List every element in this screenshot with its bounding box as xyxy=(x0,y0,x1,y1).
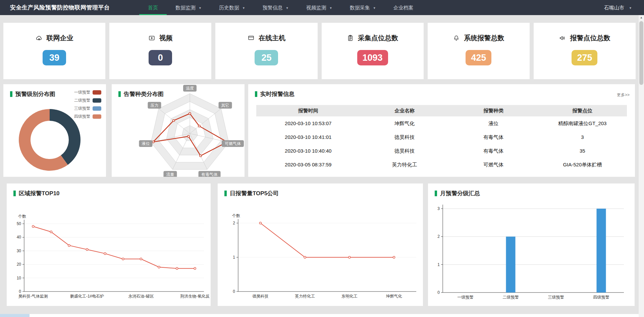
stat-label: 视频 xyxy=(109,34,211,43)
table-row[interactable]: 2020-03-10 10:41:01德昊科技有毒气体3 xyxy=(256,130,627,144)
radar-axis-label: 温度 xyxy=(183,85,197,92)
realtime-alarm-table: 报警时间企业名称报警种类报警点位2020-03-10 10:53:07坤辉气化液… xyxy=(256,105,627,171)
stat-label-text: 在线主机 xyxy=(259,34,285,43)
svg-text:英力特化工: 英力特化工 xyxy=(295,294,315,299)
region-label: 石嘴山市 xyxy=(604,5,624,10)
chevron-down-icon: ▼ xyxy=(286,6,289,10)
video-icon xyxy=(148,35,155,42)
chevron-down-icon: ▼ xyxy=(199,6,202,10)
legend-label: 四级预警 xyxy=(74,114,90,119)
title-marker xyxy=(255,91,257,97)
table-cell: 3 xyxy=(538,130,627,144)
stat-label: 在线主机 xyxy=(215,34,317,43)
more-link[interactable]: 更多>> xyxy=(617,92,630,98)
bottom-panel-peek xyxy=(0,314,639,317)
svg-text:有毒气体: 有毒气体 xyxy=(201,172,218,177)
svg-text:荆洪生物-氧化反: 荆洪生物-氧化反 xyxy=(180,294,210,299)
legend-label: 一级预警 xyxy=(74,90,90,95)
panel-daily-top5: 日报警量TOP5公司 012个数德昊科技英力特化工东明化工坤辉气化 xyxy=(218,183,423,306)
clipboard-icon xyxy=(347,35,354,42)
nav-item-企业档案[interactable]: 企业档案 xyxy=(385,0,422,14)
table-cell: 有毒气体 xyxy=(449,144,538,158)
legend-label: 二级预警 xyxy=(74,98,90,103)
legend-item-四级预警[interactable]: 四级预警 xyxy=(74,114,101,119)
svg-text:温度: 温度 xyxy=(186,86,194,91)
table-cell: 可燃气体 xyxy=(449,158,538,171)
speaker-icon xyxy=(559,35,566,42)
table-row[interactable]: 2020-03-10 10:40:40德昊科技有毒气体35 xyxy=(256,144,627,158)
svg-text:40: 40 xyxy=(17,235,21,240)
table-cell: 液位 xyxy=(449,116,538,130)
table-header-cell: 报警种类 xyxy=(449,105,538,116)
nav-item-视频监测[interactable]: 视频监测▼ xyxy=(298,0,341,14)
svg-text:二级预警: 二级预警 xyxy=(503,295,519,300)
svg-text:10: 10 xyxy=(17,276,21,280)
svg-text:1: 1 xyxy=(233,255,235,260)
stat-card-1[interactable]: 联网企业39 xyxy=(3,23,105,79)
title-marker xyxy=(10,91,12,97)
svg-text:0: 0 xyxy=(437,290,440,295)
nav-item-历史数据[interactable]: 历史数据▼ xyxy=(210,0,254,14)
scroll-up-icon[interactable]: ▲ xyxy=(639,16,644,19)
svg-text:其它: 其它 xyxy=(221,103,229,108)
chevron-down-icon: ▼ xyxy=(329,6,332,10)
panel-realtime-alarms: 实时报警信息 更多>> 报警时间企业名称报警种类报警点位2020-03-10 1… xyxy=(248,84,635,177)
table-cell: 2020-03-10 10:40:40 xyxy=(256,144,360,158)
svg-text:0: 0 xyxy=(233,289,235,294)
title-marker xyxy=(118,91,121,97)
nav-item-label: 历史数据 xyxy=(219,5,239,10)
pie-legend: 一级预警二级预警三级预警四级预警 xyxy=(74,90,101,119)
stat-card-6[interactable]: 报警点位总数275 xyxy=(534,23,636,79)
legend-label: 三级预警 xyxy=(74,106,90,111)
svg-text:压力: 压力 xyxy=(150,103,158,108)
table-row[interactable]: 2020-03-05 08:37:59英力特化工可燃气体GIA-520单体贮槽 xyxy=(256,158,627,171)
stat-card-2[interactable]: 视频0 xyxy=(109,23,211,79)
legend-item-三级预警[interactable]: 三级预警 xyxy=(74,106,101,111)
svg-text:东明化工: 东明化工 xyxy=(341,294,358,299)
table-header-cell: 报警点位 xyxy=(538,105,627,116)
scrollbar[interactable]: ▲ xyxy=(639,15,644,317)
table-header-cell: 报警时间 xyxy=(256,105,360,116)
nav-item-label: 数据采集 xyxy=(350,5,370,10)
svg-text:3: 3 xyxy=(437,206,440,211)
table-header-cell: 企业名称 xyxy=(360,105,449,116)
legend-swatch xyxy=(93,90,101,95)
svg-text:20: 20 xyxy=(17,262,21,267)
stat-card-5[interactable]: 系统报警总数425 xyxy=(428,23,530,79)
stat-value-badge: 1093 xyxy=(357,50,388,65)
nav-item-label: 视频监测 xyxy=(306,5,326,10)
stat-label: 报警点位总数 xyxy=(534,34,636,43)
svg-text:三级预警: 三级预警 xyxy=(548,295,564,300)
scrollbar-thumb[interactable] xyxy=(639,21,643,85)
radar-axis-label: 其它 xyxy=(219,102,232,109)
legend-swatch xyxy=(93,106,101,111)
monitor-icon xyxy=(248,35,255,42)
nav-item-数据采集[interactable]: 数据采集▼ xyxy=(341,0,385,14)
alarm-type-radar-chart: 温度其它可燃气体有毒气体流量液位压力 xyxy=(112,84,245,177)
table-cell: 德昊科技 xyxy=(360,130,449,144)
panel-title: 实时报警信息 xyxy=(255,90,294,98)
table-row[interactable]: 2020-03-10 10:53:07坤辉气化液位精醇南罐液位GT_203 xyxy=(256,116,627,130)
stat-label-text: 联网企业 xyxy=(47,34,73,43)
nav-item-预警信息[interactable]: 预警信息▼ xyxy=(254,0,298,14)
daily-top5-chart: 012个数德昊科技英力特化工东明化工坤辉气化 xyxy=(218,183,423,306)
region-selector[interactable]: 石嘴山市 ▼ xyxy=(604,0,632,16)
svg-text:30: 30 xyxy=(17,249,21,253)
stat-card-3[interactable]: 在线主机25 xyxy=(215,23,317,79)
nav-item-首页[interactable]: 首页 xyxy=(139,0,167,15)
table-cell: 35 xyxy=(538,144,627,158)
nav-item-数据监测[interactable]: 数据监测▼ xyxy=(167,0,210,14)
table-cell: 2020-03-10 10:53:07 xyxy=(256,116,360,130)
top-nav: 安全生产风险预警防控物联网管理平台 首页数据监测▼历史数据▼预警信息▼视频监测▼… xyxy=(0,0,644,15)
panel-region-top10: 区域报警TOP10 01020304050个数昊科技-气体监测鹏盛化工-1#电石… xyxy=(7,183,211,306)
radar-axis-label: 压力 xyxy=(148,102,161,109)
legend-item-一级预警[interactable]: 一级预警 xyxy=(74,90,101,95)
table-cell: 2020-03-05 08:37:59 xyxy=(256,158,360,171)
stat-label-text: 报警点位总数 xyxy=(570,34,610,43)
stat-card-4[interactable]: 采集点位总数1093 xyxy=(322,23,424,79)
svg-text:50: 50 xyxy=(17,221,21,226)
legend-item-二级预警[interactable]: 二级预警 xyxy=(74,98,101,103)
panel-warning-level: 预警级别分布图 一级预警二级预警三级预警四级预警 xyxy=(3,84,106,177)
stat-value-badge: 39 xyxy=(43,50,66,65)
svg-text:1: 1 xyxy=(437,262,440,267)
